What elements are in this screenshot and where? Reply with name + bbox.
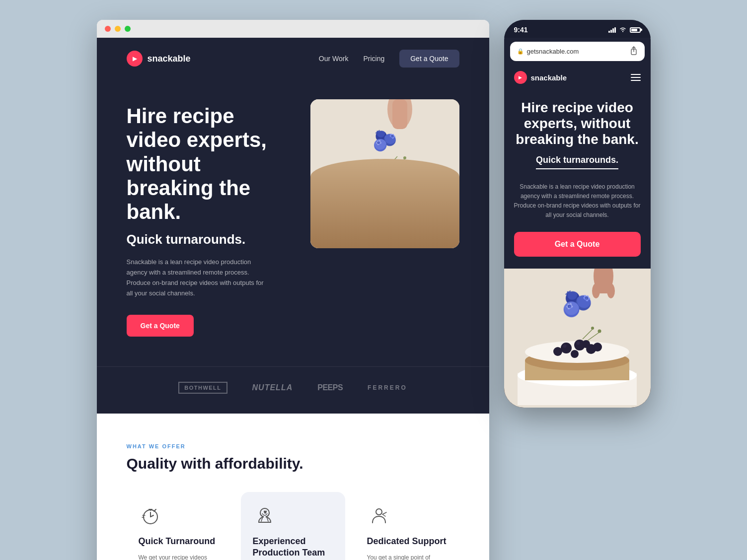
section-title: Quality with affordability. <box>127 455 459 472</box>
svg-point-15 <box>372 170 375 173</box>
phone-cta-button[interactable]: Get a Quote <box>514 232 641 257</box>
signal-bar-1 <box>608 31 610 33</box>
signal-bar-4 <box>614 27 616 33</box>
nav-links: Our Work Pricing Get a Quote <box>319 50 459 68</box>
svg-rect-4 <box>330 194 440 233</box>
hamburger-line-1 <box>631 74 641 75</box>
brand-peeps: Peeps <box>317 383 343 392</box>
desktop-browser: snackable Our Work Pricing Get a Quote H… <box>97 20 489 560</box>
browser-dot-minimize[interactable] <box>115 26 121 32</box>
hamburger-line-2 <box>631 77 641 78</box>
svg-point-46 <box>582 340 590 348</box>
svg-point-5 <box>330 184 440 209</box>
signal-bar-2 <box>610 30 612 33</box>
svg-point-49 <box>563 345 566 348</box>
svg-point-14 <box>379 174 386 181</box>
desktop-nav: snackable Our Work Pricing Get a Quote <box>97 38 489 79</box>
phone-address-bar[interactable]: 🔒 getsnackable.com <box>510 42 645 61</box>
svg-point-34 <box>592 283 600 298</box>
hero-text: Hire recipe video experts, without break… <box>127 99 291 337</box>
svg-point-42 <box>561 343 572 353</box>
card-dedicated-support: Dedicated Support You get a single point… <box>355 492 459 560</box>
svg-point-12 <box>364 172 372 180</box>
browser-dot-close[interactable] <box>105 26 111 32</box>
svg-point-28 <box>622 31 623 32</box>
phone-cake-image <box>504 269 651 408</box>
svg-rect-2 <box>392 99 407 129</box>
hero-cta-button[interactable]: Get a Quote <box>127 315 194 337</box>
phone-status-icons <box>608 26 641 33</box>
logo: snackable <box>127 51 191 67</box>
dedicated-support-icon <box>367 504 391 528</box>
production-team-icon <box>253 504 277 528</box>
card-desc-quick: We get your recipe videos delivered on t… <box>139 553 219 560</box>
svg-point-47 <box>571 350 579 358</box>
share-icon[interactable] <box>630 46 638 57</box>
cake-visual <box>310 99 459 248</box>
svg-point-9 <box>370 168 380 178</box>
nav-link-pricing[interactable]: Pricing <box>363 55 384 63</box>
svg-point-13 <box>389 165 396 172</box>
svg-point-48 <box>593 343 602 351</box>
card-desc-support: You get a single point of contact with a… <box>367 553 448 560</box>
hero-cake-image <box>310 99 459 248</box>
address-url: getsnackable.com <box>527 48 579 55</box>
brand-nutella: nutella <box>252 383 293 392</box>
phone-logo: ▶ snackable <box>514 71 567 84</box>
mobile-phone: 9:41 🔒 getsnacka <box>504 20 651 408</box>
card-title-support: Dedicated Support <box>367 536 448 547</box>
phone-hero-subtitle: Quick turnarounds. <box>536 155 618 169</box>
brand-bothwell: BOTHWELL <box>178 382 227 394</box>
svg-point-8 <box>338 165 432 187</box>
phone-nav: ▶ snackable <box>504 65 651 90</box>
phone-logo-text: snackable <box>531 73 567 82</box>
card-quick-turnaround: Quick Turnaround We get your recipe vide… <box>127 492 231 560</box>
phone-logo-icon: ▶ <box>514 71 527 84</box>
quick-turnaround-icon <box>139 504 162 528</box>
svg-point-3 <box>330 194 440 223</box>
browser-titlebar <box>97 20 489 38</box>
logo-icon <box>127 51 143 67</box>
svg-point-7 <box>338 174 432 194</box>
hero-subtitle: Quick turnarounds. <box>127 232 291 247</box>
phone-hero-text: Hire recipe video experts, without break… <box>504 90 651 269</box>
phone-time: 9:41 <box>514 26 528 34</box>
services-cards: Quick Turnaround We get your recipe vide… <box>127 492 459 560</box>
nav-link-work[interactable]: Our Work <box>319 55 349 63</box>
logo-text: snackable <box>148 54 191 64</box>
card-production-team: Experienced Production Team Our seasoned… <box>241 492 345 560</box>
svg-point-45 <box>553 347 562 356</box>
svg-point-10 <box>382 165 392 175</box>
battery-icon <box>630 27 641 33</box>
svg-line-17 <box>395 159 405 166</box>
section-label: WHAT WE OFFER <box>127 443 459 449</box>
brand-ferrero: FERRERO <box>368 384 407 391</box>
brands-section: BOTHWELL nutella Peeps FERRERO <box>97 366 489 414</box>
wifi-icon <box>619 26 627 33</box>
svg-point-54 <box>591 327 594 330</box>
phone-hero-description: Snackable is a lean recipe video product… <box>514 182 641 220</box>
svg-point-50 <box>576 342 580 345</box>
browser-dot-maximize[interactable] <box>125 26 131 32</box>
svg-point-27 <box>376 509 382 515</box>
svg-rect-6 <box>338 184 432 204</box>
svg-rect-0 <box>310 99 459 248</box>
hero-title: Hire recipe video experts, without break… <box>127 104 291 224</box>
svg-point-52 <box>598 330 601 333</box>
services-section: WHAT WE OFFER Quality with affordability… <box>97 414 489 560</box>
signal-bar-3 <box>612 28 614 33</box>
hamburger-menu-button[interactable] <box>631 74 641 81</box>
hero-section: snackable Our Work Pricing Get a Quote H… <box>97 38 489 414</box>
hamburger-line-3 <box>631 80 641 81</box>
hero-content: Hire recipe video experts, without break… <box>97 79 489 366</box>
phone-status-bar: 9:41 <box>504 20 651 38</box>
lock-icon: 🔒 <box>517 48 524 55</box>
battery-fill <box>631 29 638 31</box>
svg-point-35 <box>607 283 615 298</box>
hero-description: Snackable is a lean recipe video product… <box>127 257 266 298</box>
signal-bars-icon <box>608 27 616 33</box>
phone-subtitle-wrap: Quick turnarounds. <box>514 155 641 173</box>
svg-point-16 <box>384 167 387 170</box>
address-bar-content: 🔒 getsnackable.com <box>517 48 579 55</box>
nav-cta-button[interactable]: Get a Quote <box>399 50 459 68</box>
